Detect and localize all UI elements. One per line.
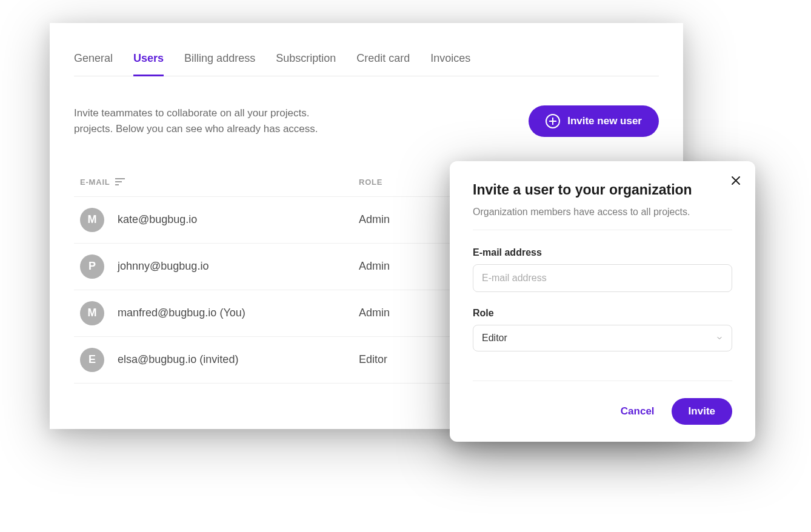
role-selected-value: Editor [482, 333, 507, 344]
avatar: M [80, 301, 104, 325]
invite-new-user-button[interactable]: Invite new user [529, 105, 659, 137]
modal-subtitle: Organization members have access to all … [473, 207, 732, 218]
tab-users[interactable]: Users [133, 47, 164, 76]
plus-circle-icon [546, 114, 560, 128]
sort-icon [115, 178, 125, 185]
invite-submit-button[interactable]: Invite [672, 398, 732, 425]
tab-credit-card[interactable]: Credit card [356, 47, 410, 76]
role-select[interactable]: Editor [473, 325, 732, 351]
avatar: E [80, 348, 104, 372]
avatar: M [80, 208, 104, 232]
invite-button-label: Invite new user [567, 115, 642, 127]
email-cell: johnny@bugbug.io [118, 260, 359, 273]
modal-title: Invite a user to your organization [473, 182, 732, 198]
tab-general[interactable]: General [74, 47, 113, 76]
avatar: P [80, 254, 104, 279]
tab-invoices[interactable]: Invoices [430, 47, 470, 76]
intro-line-1: Invite teammates to collaborate on all y… [74, 105, 318, 121]
email-input[interactable] [473, 264, 732, 292]
tabs-bar: General Users Billing address Subscripti… [74, 47, 659, 76]
tab-billing-address[interactable]: Billing address [184, 47, 255, 76]
tab-subscription[interactable]: Subscription [276, 47, 336, 76]
divider [473, 230, 732, 230]
chevron-down-icon [716, 334, 723, 342]
role-label: Role [473, 308, 732, 319]
email-cell: elsa@bugbug.io (invited) [118, 353, 359, 366]
column-header-email[interactable]: E-MAIL [80, 178, 359, 187]
cancel-button[interactable]: Cancel [621, 405, 655, 417]
intro-line-2: projects. Below you can see who already … [74, 121, 318, 137]
modal-actions: Cancel Invite [473, 398, 732, 425]
intro-text: Invite teammates to collaborate on all y… [74, 105, 318, 138]
close-icon [730, 175, 741, 186]
email-cell: kate@bugbug.io [118, 213, 359, 226]
role-select-wrap: Editor [473, 325, 732, 351]
divider [473, 381, 732, 381]
email-cell: manfred@bugbug.io (You) [118, 307, 359, 319]
header-row: Invite teammates to collaborate on all y… [74, 105, 659, 138]
close-button[interactable] [729, 173, 743, 188]
th-email-label: E-MAIL [80, 178, 110, 187]
th-role-label: ROLE [359, 178, 382, 187]
email-label: E-mail address [473, 247, 732, 258]
invite-modal: Invite a user to your organization Organ… [450, 161, 755, 442]
